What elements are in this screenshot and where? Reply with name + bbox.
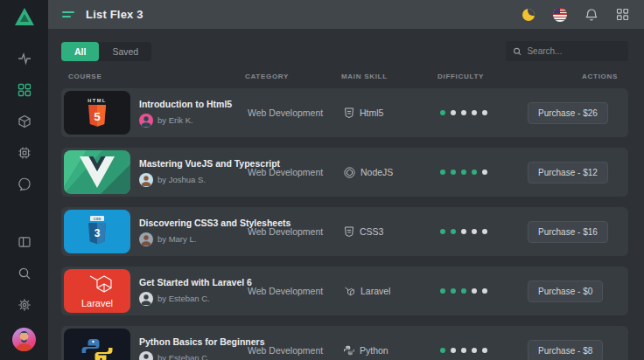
- author-avatar: [139, 351, 153, 360]
- vuejs-logo: [64, 150, 130, 194]
- logo-triangle-icon[interactable]: [13, 6, 36, 31]
- table-row: Mastering VueJS and Typescript by Joshua…: [61, 148, 628, 197]
- course-title: Python Basics for Beginners: [139, 336, 248, 347]
- settings-gear-icon[interactable]: [9, 289, 40, 321]
- python-logo: [64, 329, 130, 360]
- purchase-button[interactable]: Purchase - $8: [528, 340, 603, 360]
- difficulty-dot: [461, 110, 466, 115]
- tab-saved[interactable]: Saved: [99, 42, 151, 61]
- chat-icon[interactable]: [9, 169, 40, 200]
- purchase-button[interactable]: Purchase - $12: [528, 162, 608, 183]
- difficulty-rating: [440, 348, 528, 353]
- difficulty-dot: [461, 288, 466, 294]
- content: All Saved COURSE CATEGORY MAIN SKILL DIF…: [48, 29, 644, 360]
- course-category: Web Development: [248, 286, 344, 296]
- difficulty-dot: [482, 170, 487, 175]
- svg-text:HTML: HTML: [88, 98, 106, 103]
- css3-icon: [344, 226, 354, 238]
- main-area: List Flex 3 All Saved: [48, 0, 644, 360]
- svg-text:CSS: CSS: [94, 217, 102, 221]
- difficulty-dot: [440, 170, 445, 175]
- svg-text:3: 3: [94, 227, 101, 239]
- author-name: by Esteban C.: [158, 294, 210, 303]
- skill-name: CSS3: [360, 226, 383, 237]
- difficulty-dot: [472, 288, 477, 294]
- author-name: by Joshua S.: [158, 175, 206, 184]
- difficulty-dot: [472, 229, 477, 234]
- difficulty-dot: [440, 110, 445, 115]
- difficulty-dot: [451, 110, 456, 115]
- col-main-skill: MAIN SKILL: [341, 73, 438, 80]
- course-title: Discovering CSS3 and Stylesheets: [139, 218, 248, 228]
- difficulty-dot: [482, 348, 487, 353]
- difficulty-dot: [461, 170, 466, 175]
- course-category: Web Development: [248, 226, 344, 237]
- cpu-icon[interactable]: [9, 137, 40, 169]
- author-name: by Mary L.: [158, 234, 196, 244]
- topbar: List Flex 3: [48, 0, 644, 29]
- course-title: Get Started with Laravel 6: [139, 277, 248, 287]
- language-flag-us-icon[interactable]: [552, 7, 567, 22]
- apps-grid-icon[interactable]: [9, 74, 40, 106]
- course-title: Mastering VueJS and Typescript: [139, 158, 248, 169]
- search-input[interactable]: [527, 46, 621, 56]
- apps-menu-icon[interactable]: [615, 7, 630, 22]
- page-title: List Flex 3: [86, 8, 144, 21]
- author-avatar: [139, 292, 153, 306]
- purchase-button[interactable]: Purchase - $0: [528, 280, 603, 302]
- difficulty-dot: [482, 288, 487, 294]
- menu-toggle-icon[interactable]: [62, 11, 74, 17]
- col-course: COURSE: [61, 73, 245, 80]
- difficulty-dot: [451, 170, 456, 175]
- svg-text:5: 5: [94, 110, 100, 123]
- user-avatar[interactable]: [12, 328, 36, 351]
- css3-logo: CSS 3: [64, 210, 130, 253]
- table-row: Python Basics for Beginners by Esteban C…: [61, 326, 628, 360]
- search-icon[interactable]: [9, 258, 40, 289]
- laravel-icon: [344, 286, 355, 297]
- search-box[interactable]: [506, 41, 628, 61]
- difficulty-dot: [472, 348, 477, 353]
- sidebar: [0, 0, 48, 360]
- difficulty-dot: [440, 229, 445, 234]
- search-icon: [513, 46, 522, 57]
- course-category: Web Development: [248, 107, 344, 118]
- course-category: Web Development: [248, 167, 344, 177]
- package-icon[interactable]: [9, 106, 40, 137]
- skill-name: Html5: [360, 107, 383, 118]
- activity-icon[interactable]: [9, 43, 40, 74]
- python-icon: [344, 345, 354, 356]
- col-actions: ACTIONS: [525, 73, 628, 80]
- topbar-actions: [521, 7, 630, 22]
- table-header: COURSE CATEGORY MAIN SKILL DIFFICULTY AC…: [61, 73, 628, 80]
- html5-logo: HTML 5: [64, 91, 130, 135]
- purchase-button[interactable]: Purchase - $16: [528, 221, 608, 243]
- purchase-button[interactable]: Purchase - $26: [528, 102, 608, 124]
- author-avatar: [139, 173, 153, 187]
- table-row: CSS 3 Discovering CSS3 and Stylesheets b…: [61, 207, 628, 256]
- svg-text:Laravel: Laravel: [81, 298, 113, 308]
- difficulty-dot: [461, 229, 466, 234]
- col-difficulty: DIFFICULTY: [438, 73, 525, 80]
- difficulty-rating: [440, 229, 528, 234]
- difficulty-dot: [451, 229, 456, 234]
- layout-icon[interactable]: [9, 226, 40, 258]
- table-row: Laravel Get Started with Laravel 6 by Es…: [61, 267, 628, 315]
- difficulty-dot: [472, 110, 477, 115]
- table-row: HTML 5 Introduction to Html5 by Erik K. …: [61, 88, 628, 137]
- notifications-bell-icon[interactable]: [584, 7, 598, 22]
- difficulty-dot: [440, 288, 445, 294]
- course-category: Web Development: [248, 345, 344, 356]
- col-category: CATEGORY: [245, 73, 341, 80]
- difficulty-dot: [461, 348, 466, 353]
- difficulty-dot: [440, 348, 445, 353]
- skill-name: Python: [360, 345, 388, 356]
- skill-name: NodeJS: [360, 167, 393, 177]
- difficulty-dot: [482, 229, 487, 234]
- difficulty-rating: [440, 288, 528, 294]
- difficulty-rating: [440, 170, 528, 175]
- course-title: Introduction to Html5: [139, 99, 248, 109]
- theme-moon-icon[interactable]: [521, 7, 536, 22]
- html5-icon: [344, 107, 354, 119]
- tab-all[interactable]: All: [61, 42, 99, 61]
